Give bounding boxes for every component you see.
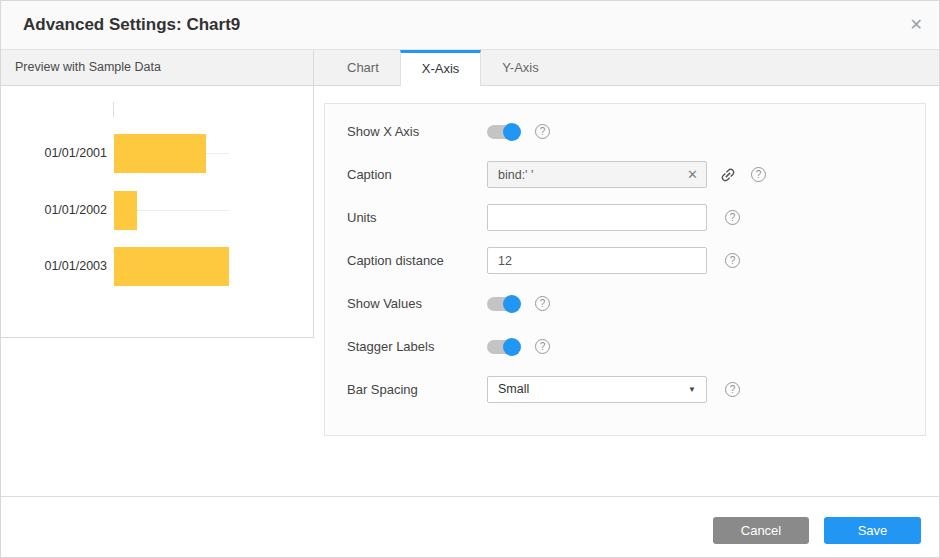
close-icon[interactable]: ✕ (910, 1, 923, 49)
tab-x-axis[interactable]: X-Axis (400, 50, 482, 86)
form-row-stagger-labels: Stagger Labels ? (347, 325, 925, 368)
toggle-knob (503, 295, 521, 313)
bar-row: 01/01/2002 (1, 191, 313, 230)
cancel-button[interactable]: Cancel (713, 517, 809, 544)
help-icon[interactable]: ? (751, 167, 766, 182)
help-icon[interactable]: ? (535, 296, 550, 311)
units-label: Units (347, 210, 487, 225)
dropdown-arrow-icon: ▼ (688, 377, 696, 402)
dialog-titlebar: Advanced Settings: Chart9 ✕ (1, 1, 939, 50)
preview-header: Preview with Sample Data (1, 50, 314, 86)
show-values-toggle[interactable] (487, 297, 519, 311)
caption-input[interactable] (487, 161, 707, 188)
category-label: 01/01/2003 (1, 247, 107, 286)
link-icon[interactable] (719, 166, 737, 184)
show-x-axis-label: Show X Axis (347, 124, 487, 139)
x-axis-settings-form: Show X Axis ? Caption ✕ ? Units (324, 103, 926, 436)
help-icon[interactable]: ? (535, 339, 550, 354)
stagger-labels-label: Stagger Labels (347, 339, 487, 354)
show-values-label: Show Values (347, 296, 487, 311)
bar (114, 191, 137, 230)
help-icon[interactable]: ? (725, 382, 740, 397)
stagger-labels-toggle[interactable] (487, 340, 519, 354)
caption-label: Caption (347, 167, 487, 182)
tab-y-axis[interactable]: Y-Axis (481, 50, 559, 85)
advanced-settings-dialog: Advanced Settings: Chart9 ✕ Preview with… (0, 0, 940, 558)
tab-bar: Chart X-Axis Y-Axis (314, 50, 939, 86)
form-row-units: Units ? (347, 196, 925, 239)
bar-row: 01/01/2001 (1, 134, 313, 173)
caption-distance-input[interactable] (487, 247, 707, 274)
category-label: 01/01/2001 (1, 134, 107, 173)
bar (114, 134, 206, 173)
show-x-axis-toggle[interactable] (487, 125, 519, 139)
axis-tick (113, 102, 114, 117)
subheader: Preview with Sample Data Chart X-Axis Y-… (1, 50, 939, 86)
help-icon[interactable]: ? (725, 210, 740, 225)
help-icon[interactable]: ? (535, 124, 550, 139)
dialog-title: Advanced Settings: Chart9 (23, 1, 240, 49)
toggle-knob (503, 338, 521, 356)
toggle-knob (503, 123, 521, 141)
save-button[interactable]: Save (824, 517, 921, 544)
caption-distance-label: Caption distance (347, 253, 487, 268)
units-input[interactable] (487, 204, 707, 231)
bar-spacing-select[interactable]: Small ▼ (487, 376, 707, 403)
bar-spacing-label: Bar Spacing (347, 382, 487, 397)
bar-row: 01/01/2003 (1, 247, 313, 286)
tab-chart[interactable]: Chart (326, 50, 400, 85)
form-row-show-values: Show Values ? (347, 282, 925, 325)
help-icon[interactable]: ? (725, 253, 740, 268)
form-row-show-x-axis: Show X Axis ? (347, 110, 925, 153)
clear-icon[interactable]: ✕ (687, 166, 698, 183)
form-row-caption-distance: Caption distance ? (347, 239, 925, 282)
chart-preview-panel: 01/01/2001 01/01/2002 01/01/2003 (1, 86, 314, 338)
category-label: 01/01/2002 (1, 191, 107, 230)
bar-spacing-value: Small (498, 382, 529, 396)
form-row-caption: Caption ✕ ? (347, 153, 925, 196)
footer-divider (1, 496, 939, 497)
bar (114, 247, 229, 286)
form-row-bar-spacing: Bar Spacing Small ▼ ? (347, 368, 925, 411)
